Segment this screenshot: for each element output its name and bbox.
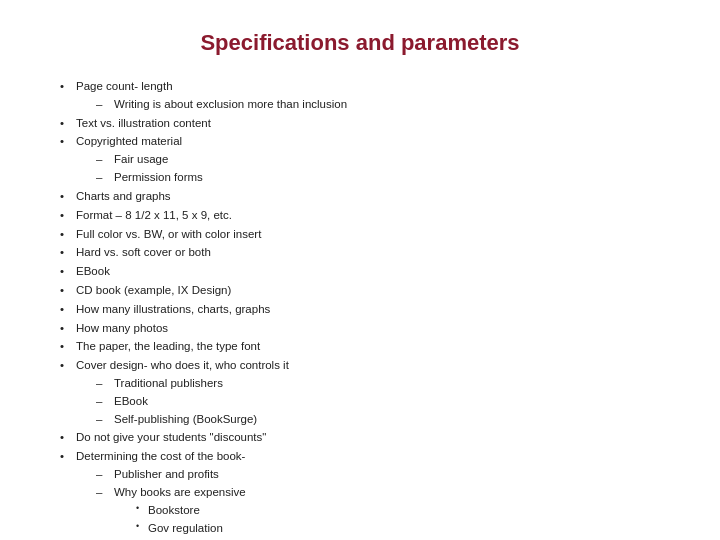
list-item: Page count- lengthWriting is about exclu… [60, 78, 660, 114]
sub-list-item: Traditional publishers [96, 375, 660, 393]
list-item: The paper, the leading, the type font [60, 338, 660, 356]
list-item: Charts and graphs [60, 188, 660, 206]
list-item: Text vs. illustration content [60, 115, 660, 133]
sub-list-item: Writing is about exclusion more than inc… [96, 96, 660, 114]
sub-sub-list-item: Gov regulation [134, 520, 660, 538]
list-item: How many illustrations, charts, graphs [60, 301, 660, 319]
list-item: EBook [60, 263, 660, 281]
sub-list-item: Permission forms [96, 169, 660, 187]
list-item: Format – 8 1/2 x 11, 5 x 9, etc. [60, 207, 660, 225]
sub-list-item: Self-publishing (BookSurge) [96, 411, 660, 429]
sub-list-item: Why books are expensiveBookstoreGov regu… [96, 484, 660, 540]
slide-title: Specifications and parameters [60, 30, 660, 56]
list-item: Copyrighted materialFair usagePermission… [60, 133, 660, 186]
list-item: Cover design- who does it, who controls … [60, 357, 660, 428]
list-item: CD book (example, IX Design) [60, 282, 660, 300]
list-item: How many photos [60, 320, 660, 338]
list-item: Determining the cost of the book-Publish… [60, 448, 660, 540]
list-item: Do not give your students "discounts" [60, 429, 660, 447]
list-item: Full color vs. BW, or with color insert [60, 226, 660, 244]
sub-list: Fair usagePermission forms [76, 151, 660, 187]
sub-list-item: Publisher and profits [96, 466, 660, 484]
sub-list-item: Fair usage [96, 151, 660, 169]
sub-sub-list-item: Bookstore [134, 502, 660, 520]
slide: Specifications and parameters Page count… [0, 0, 720, 540]
list-item: Hard vs. soft cover or both [60, 244, 660, 262]
sub-list: Publisher and profitsWhy books are expen… [76, 466, 660, 540]
sub-list-item: EBook [96, 393, 660, 411]
sub-list: Traditional publishersEBookSelf-publishi… [76, 375, 660, 428]
main-list: Page count- lengthWriting is about exclu… [60, 78, 660, 540]
sub-sub-list: BookstoreGov regulationTax structure [114, 502, 660, 540]
sub-list: Writing is about exclusion more than inc… [76, 96, 660, 114]
slide-content: Page count- lengthWriting is about exclu… [60, 78, 660, 540]
